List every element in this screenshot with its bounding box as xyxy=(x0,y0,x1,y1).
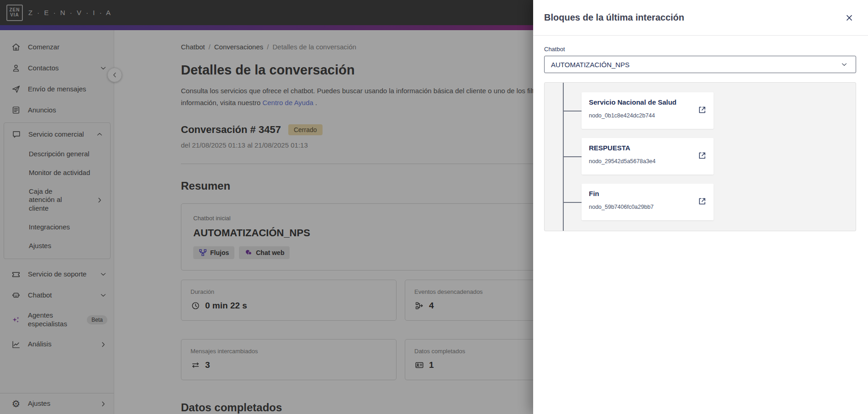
tree-connector-line xyxy=(563,111,582,111)
block-node-id: nodo_0b1c8e424dc2b744 xyxy=(589,112,706,119)
blocks-tree: Servicio Nacional de Salud nodo_0b1c8e42… xyxy=(544,82,856,231)
open-block-button[interactable] xyxy=(697,105,707,117)
open-block-button[interactable] xyxy=(697,196,707,208)
block-title: Fin xyxy=(589,190,706,197)
external-link-icon xyxy=(697,196,707,207)
external-link-icon xyxy=(697,151,707,161)
block-title: Servicio Nacional de Salud xyxy=(589,98,706,106)
app-root: ZEN VIA Z · E · N · V · I · A Comenzar C… xyxy=(0,0,868,414)
block-node-id: nodo_59b7406fc0a29bb7 xyxy=(589,204,706,210)
panel-body: Chatbot AUTOMATIZACIÓN_NPS Servicio Naci… xyxy=(533,36,868,231)
chatbot-select-label: Chatbot xyxy=(544,46,856,53)
block-card-respuesta: RESPUESTA nodo_29542d5a5678a3e4 xyxy=(582,138,714,175)
block-node-id: nodo_29542d5a5678a3e4 xyxy=(589,158,706,165)
blocks-panel: Bloques de la última interacción Chatbot… xyxy=(533,0,868,414)
tree-connector-line xyxy=(563,202,582,203)
block-card-servicio-nacional: Servicio Nacional de Salud nodo_0b1c8e42… xyxy=(582,92,714,129)
panel-title: Bloques de la última interacción xyxy=(544,12,684,23)
panel-header: Bloques de la última interacción xyxy=(533,0,868,36)
tree-connector-line xyxy=(563,156,582,157)
chatbot-select-value: AUTOMATIZACIÓN_NPS xyxy=(551,61,630,69)
close-button[interactable] xyxy=(844,13,854,23)
close-icon xyxy=(844,13,854,23)
external-link-icon xyxy=(697,105,707,115)
chatbot-select[interactable]: AUTOMATIZACIÓN_NPS xyxy=(544,56,856,73)
open-block-button[interactable] xyxy=(697,151,707,162)
block-card-fin: Fin nodo_59b7406fc0a29bb7 xyxy=(582,184,714,220)
block-title: RESPUESTA xyxy=(589,144,706,152)
chevron-down-icon xyxy=(840,60,848,69)
